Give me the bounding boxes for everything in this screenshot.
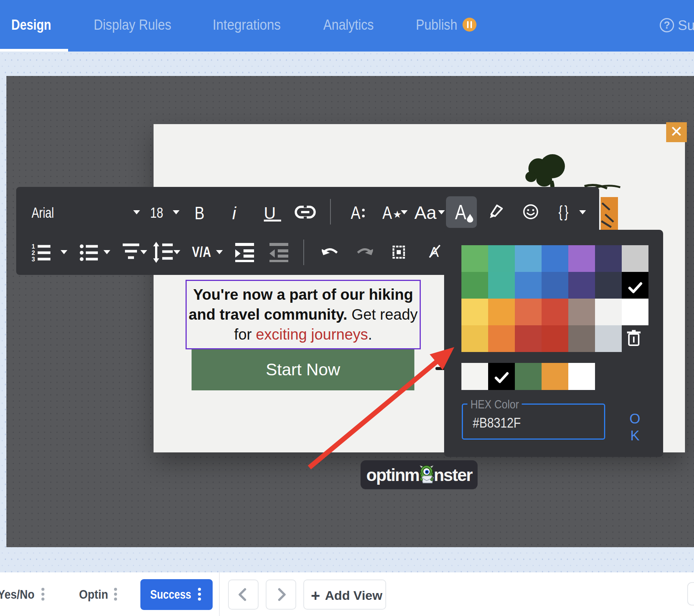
svg-text:1: 1 [32,243,35,250]
svg-text:2: 2 [32,250,35,256]
svg-text:3: 3 [32,256,35,262]
